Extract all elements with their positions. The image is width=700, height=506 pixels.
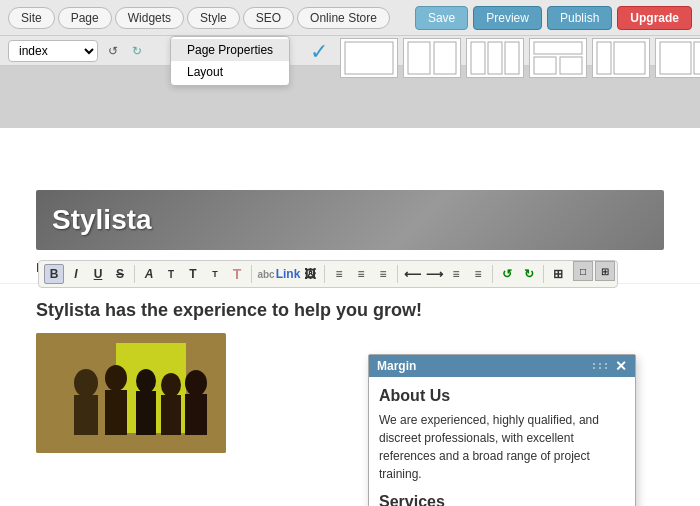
- page-properties-dropdown: Page Properties Layout: [170, 36, 290, 86]
- refresh-icon[interactable]: ↺: [104, 42, 122, 60]
- rte-link[interactable]: Link: [278, 264, 298, 284]
- rte-view-1[interactable]: □: [573, 261, 593, 281]
- page-headline: Stylista has the experience to help you …: [36, 300, 664, 321]
- svg-rect-5: [505, 42, 519, 74]
- rte-indent-right[interactable]: ⟶: [424, 264, 444, 284]
- layout-option-5[interactable]: [592, 38, 650, 78]
- rte-image[interactable]: 🖼: [300, 264, 320, 284]
- site-header: Stylista: [36, 190, 664, 250]
- tab-style[interactable]: Style: [187, 7, 240, 29]
- panel-title: Margin: [377, 359, 416, 373]
- rte-separator-6: [543, 265, 544, 283]
- rte-bold[interactable]: B: [44, 264, 64, 284]
- svg-rect-9: [597, 42, 611, 74]
- tab-widgets[interactable]: Widgets: [115, 7, 184, 29]
- svg-rect-16: [74, 395, 98, 435]
- svg-rect-24: [185, 394, 207, 435]
- svg-rect-10: [614, 42, 645, 74]
- rte-view-buttons: □ ⊞: [573, 261, 615, 281]
- tab-online-store[interactable]: Online Store: [297, 7, 390, 29]
- rte-underline[interactable]: U: [88, 264, 108, 284]
- forward-icon[interactable]: ↻: [128, 42, 146, 60]
- layout-option-1[interactable]: [340, 38, 398, 78]
- floating-margin-panel: Margin ✕ About Us We are experienced,: [368, 354, 636, 506]
- svg-rect-4: [488, 42, 502, 74]
- page-properties-item[interactable]: Page Properties: [171, 39, 289, 61]
- svg-point-17: [105, 365, 127, 391]
- rte-separator-3: [324, 265, 325, 283]
- panel-services-title: Services: [379, 493, 625, 506]
- panel-about-title: About Us: [379, 387, 625, 405]
- svg-rect-20: [136, 391, 156, 435]
- rte-list-unordered[interactable]: ≡: [329, 264, 349, 284]
- rte-list-ordered[interactable]: ≡: [351, 264, 371, 284]
- svg-point-23: [185, 370, 207, 396]
- rte-italic[interactable]: I: [66, 264, 86, 284]
- secondary-toolbar: index ↺ ↻ Page Properties Layout ✓: [0, 36, 700, 66]
- publish-button[interactable]: Publish: [547, 6, 612, 30]
- svg-rect-0: [345, 42, 393, 74]
- svg-rect-12: [694, 42, 700, 74]
- hero-image: [36, 333, 226, 453]
- rte-align-justify[interactable]: ≡: [446, 264, 466, 284]
- rte-strikethrough[interactable]: S: [110, 264, 130, 284]
- rte-undo[interactable]: ↺: [497, 264, 517, 284]
- rte-align-right[interactable]: ≡: [468, 264, 488, 284]
- rte-separator-5: [492, 265, 493, 283]
- upgrade-button[interactable]: Upgrade: [617, 6, 692, 30]
- tab-site[interactable]: Site: [8, 7, 55, 29]
- canvas-area: B I U S A T T T T abc Link 🖼 ≡ ≡ ≡ ⟵ ⟶ ≡…: [0, 128, 700, 506]
- panel-body: About Us We are experienced, highly qual…: [369, 377, 635, 506]
- page-select[interactable]: index: [8, 40, 98, 62]
- site-title: Stylista: [52, 204, 152, 236]
- rte-insert[interactable]: abc: [256, 264, 276, 284]
- rte-redo[interactable]: ↻: [519, 264, 539, 284]
- layout-options: [340, 38, 700, 78]
- svg-rect-7: [534, 57, 556, 74]
- layout-option-6[interactable]: [655, 38, 700, 78]
- layout-item[interactable]: Layout: [171, 61, 289, 83]
- rte-separator-4: [397, 265, 398, 283]
- svg-rect-18: [105, 390, 127, 435]
- rte-text-t4[interactable]: T: [227, 264, 247, 284]
- layout-option-2[interactable]: [403, 38, 461, 78]
- preview-button[interactable]: Preview: [473, 6, 542, 30]
- svg-rect-3: [471, 42, 485, 74]
- tab-page[interactable]: Page: [58, 7, 112, 29]
- svg-point-19: [136, 369, 156, 393]
- rte-indent-left[interactable]: ⟵: [402, 264, 422, 284]
- svg-rect-11: [660, 42, 691, 74]
- svg-point-21: [161, 373, 181, 397]
- panel-about-text: We are experienced, highly qualified, an…: [379, 411, 625, 483]
- action-buttons: Save Preview Publish Upgrade: [415, 6, 692, 30]
- tab-group: Site Page Widgets Style SEO Online Store: [8, 7, 411, 29]
- rte-special-1[interactable]: ⊞: [548, 264, 568, 284]
- svg-rect-1: [408, 42, 430, 74]
- layout-option-4[interactable]: [529, 38, 587, 78]
- rte-align-left[interactable]: ≡: [373, 264, 393, 284]
- panel-close-button[interactable]: ✕: [615, 359, 627, 373]
- svg-rect-22: [161, 395, 181, 435]
- rte-toolbar: B I U S A T T T T abc Link 🖼 ≡ ≡ ≡ ⟵ ⟶ ≡…: [38, 260, 618, 288]
- rte-text-t3[interactable]: T: [205, 264, 225, 284]
- svg-rect-2: [434, 42, 456, 74]
- save-button[interactable]: Save: [415, 6, 468, 30]
- rte-text-t1[interactable]: T: [161, 264, 181, 284]
- panel-drag-handle[interactable]: [593, 363, 609, 369]
- svg-rect-8: [560, 57, 582, 74]
- svg-rect-6: [534, 42, 582, 54]
- svg-point-15: [74, 369, 98, 397]
- rte-font-a[interactable]: A: [139, 264, 159, 284]
- rte-separator-1: [134, 265, 135, 283]
- rte-view-2[interactable]: ⊞: [595, 261, 615, 281]
- rte-text-t2[interactable]: T: [183, 264, 203, 284]
- layout-option-3[interactable]: [466, 38, 524, 78]
- panel-header: Margin ✕: [369, 355, 635, 377]
- page-content: Stylista has the experience to help you …: [0, 284, 700, 349]
- checkmark-icon: ✓: [310, 39, 328, 65]
- top-toolbar: Site Page Widgets Style SEO Online Store…: [0, 0, 700, 36]
- rte-separator-2: [251, 265, 252, 283]
- tab-seo[interactable]: SEO: [243, 7, 294, 29]
